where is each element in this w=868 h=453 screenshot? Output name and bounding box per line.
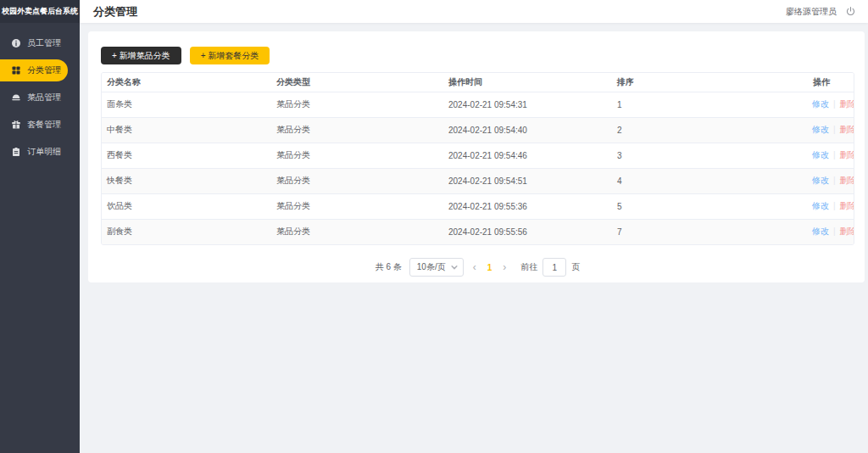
edit-link[interactable]: 修改 [812, 201, 829, 210]
toolbar: + 新增菜品分类 + 新增套餐分类 [101, 47, 854, 64]
edit-link[interactable]: 修改 [812, 125, 829, 134]
delete-link[interactable]: 删除 [840, 201, 854, 210]
sidebar: 校园外卖点餐后台系统 员工管理 分类管理 菜品管理 [0, 0, 80, 453]
cell-category-name: 快餐类 [102, 168, 271, 193]
action-separator: | [833, 99, 836, 109]
cell-sort: 4 [612, 168, 807, 193]
action-separator: | [833, 150, 836, 159]
main-area: 分类管理 廖络源管理员 + 新增菜品分类 + 新增套餐分类 [80, 0, 868, 453]
table-row: 西餐类 菜品分类 2024-02-21 09:54:46 3 修改|删除 [102, 143, 854, 168]
cell-category-type: 菜品分类 [271, 168, 443, 193]
add-dish-category-button[interactable]: + 新增菜品分类 [101, 47, 181, 64]
action-separator: | [833, 201, 836, 210]
action-separator: | [833, 125, 836, 134]
app-window: 校园外卖点餐后台系统 员工管理 分类管理 菜品管理 [0, 0, 868, 453]
delete-link[interactable]: 删除 [840, 226, 854, 236]
cell-sort: 5 [612, 193, 807, 219]
goto-page-group: 前往 页 [520, 258, 580, 277]
cell-actions: 修改|删除 [807, 193, 854, 219]
edit-link[interactable]: 修改 [812, 176, 829, 185]
cell-category-name: 中餐类 [102, 117, 271, 143]
category-grid-icon [11, 65, 21, 76]
cell-operate-time: 2024-02-21 09:54:31 [443, 92, 612, 117]
cell-sort: 3 [612, 143, 807, 168]
sidebar-item-category[interactable]: 分类管理 [0, 59, 68, 81]
cell-category-type: 菜品分类 [271, 92, 443, 117]
username-label: 廖络源管理员 [786, 6, 837, 18]
category-card: + 新增菜品分类 + 新增套餐分类 分类名称 分类类型 操作时间 排序 操作 [88, 31, 865, 282]
pagination: 共 6 条 10条/页 ‹ 1 › 前往 页 [101, 258, 854, 277]
cell-actions: 修改|删除 [807, 143, 854, 168]
page-size-value: 10条/页 [417, 261, 446, 273]
delete-link[interactable]: 删除 [840, 176, 854, 185]
delete-link[interactable]: 删除 [840, 99, 854, 109]
col-category-name: 分类名称 [102, 73, 271, 92]
sidebar-item-label: 订单明细 [27, 146, 61, 158]
cell-category-type: 菜品分类 [271, 117, 443, 143]
chevron-down-icon [451, 264, 458, 271]
sidebar-item-orders[interactable]: 订单明细 [0, 138, 80, 165]
cell-actions: 修改|删除 [807, 219, 854, 244]
col-category-type: 分类类型 [271, 73, 443, 92]
table-row: 副食类 菜品分类 2024-02-21 09:55:56 7 修改|删除 [102, 219, 854, 244]
add-combo-category-button[interactable]: + 新增套餐分类 [190, 47, 270, 64]
cell-actions: 修改|删除 [807, 117, 854, 143]
cell-sort: 2 [612, 117, 807, 143]
cell-actions: 修改|删除 [807, 92, 854, 117]
cell-operate-time: 2024-02-21 09:54:40 [443, 117, 612, 143]
delete-link[interactable]: 删除 [840, 150, 854, 159]
delete-link[interactable]: 删除 [840, 125, 854, 134]
dish-cloche-icon [11, 92, 21, 103]
page-number-1[interactable]: 1 [486, 263, 494, 272]
edit-link[interactable]: 修改 [812, 99, 829, 109]
col-actions: 操作 [807, 73, 854, 92]
combo-gift-icon [11, 120, 21, 130]
cell-sort: 1 [612, 92, 807, 117]
cell-category-name: 面条类 [102, 92, 271, 117]
cell-operate-time: 2024-02-21 09:54:51 [443, 168, 612, 193]
user-area: 廖络源管理员 [786, 6, 856, 18]
sidebar-item-employee[interactable]: 员工管理 [0, 30, 80, 57]
cell-operate-time: 2024-02-21 09:54:46 [443, 143, 612, 168]
col-operate-time: 操作时间 [443, 73, 612, 92]
goto-label: 前往 [520, 261, 537, 273]
sidebar-item-label: 员工管理 [27, 37, 61, 49]
sidebar-item-dish[interactable]: 菜品管理 [0, 84, 80, 111]
cell-category-type: 菜品分类 [271, 143, 443, 168]
goto-suffix-label: 页 [571, 261, 580, 273]
category-table: 分类名称 分类类型 操作时间 排序 操作 面条类 菜品分类 2024-02-21… [101, 72, 854, 245]
cell-operate-time: 2024-02-21 09:55:56 [443, 219, 612, 244]
table-row: 面条类 菜品分类 2024-02-21 09:54:31 1 修改|删除 [102, 92, 854, 117]
cell-category-name: 副食类 [102, 219, 271, 244]
goto-page-input[interactable] [542, 258, 566, 277]
content-area: + 新增菜品分类 + 新增套餐分类 分类名称 分类类型 操作时间 排序 操作 [80, 23, 868, 453]
employee-info-icon [11, 38, 21, 48]
sidebar-item-label: 菜品管理 [27, 92, 61, 103]
cell-sort: 7 [612, 219, 807, 244]
power-icon[interactable] [845, 6, 856, 17]
edit-link[interactable]: 修改 [812, 150, 829, 159]
page-size-select[interactable]: 10条/页 [409, 258, 464, 277]
total-count-label: 共 6 条 [376, 261, 402, 273]
col-sort: 排序 [612, 73, 807, 92]
sidebar-item-combo[interactable]: 套餐管理 [0, 111, 80, 138]
cell-operate-time: 2024-02-21 09:55:36 [443, 193, 612, 219]
table-row: 饮品类 菜品分类 2024-02-21 09:55:36 5 修改|删除 [102, 193, 854, 219]
page-title: 分类管理 [93, 4, 137, 20]
next-page-button[interactable]: › [501, 261, 508, 273]
cell-actions: 修改|删除 [807, 168, 854, 193]
action-separator: | [833, 226, 836, 236]
prev-page-button[interactable]: ‹ [471, 261, 478, 273]
cell-category-type: 菜品分类 [271, 193, 443, 219]
table-row: 快餐类 菜品分类 2024-02-21 09:54:51 4 修改|删除 [102, 168, 854, 193]
table-header: 分类名称 分类类型 操作时间 排序 操作 [102, 73, 854, 92]
edit-link[interactable]: 修改 [812, 226, 829, 236]
cell-category-name: 西餐类 [102, 143, 271, 168]
action-separator: | [833, 176, 836, 185]
sidebar-item-label: 套餐管理 [27, 119, 61, 131]
sidebar-item-label: 分类管理 [27, 64, 61, 76]
table-row: 中餐类 菜品分类 2024-02-21 09:54:40 2 修改|删除 [102, 117, 854, 143]
sidebar-nav: 员工管理 分类管理 菜品管理 套餐管理 [0, 30, 80, 165]
top-header: 分类管理 廖络源管理员 [80, 0, 868, 23]
order-clipboard-icon [11, 147, 21, 157]
